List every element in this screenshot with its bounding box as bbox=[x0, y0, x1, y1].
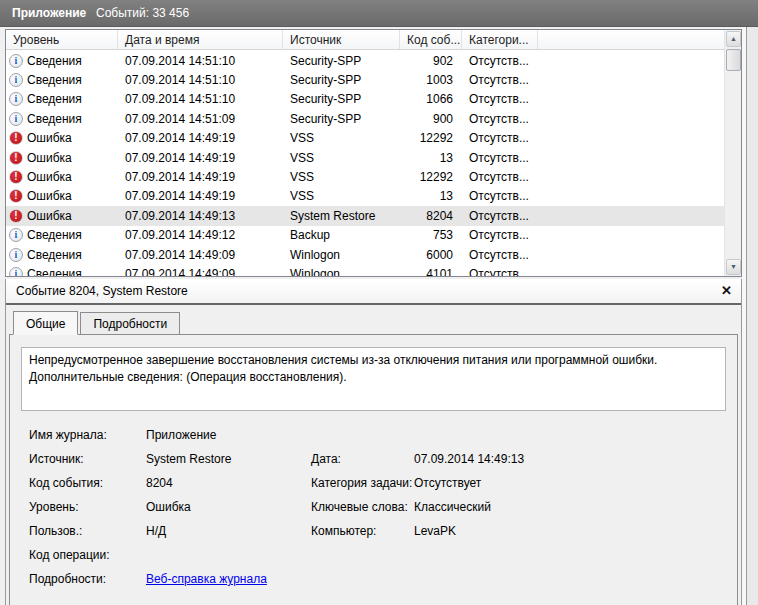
property-row: Подробности:Веб-справка журнала bbox=[10, 567, 737, 591]
event-code: 13 bbox=[400, 151, 462, 165]
event-code: 753 bbox=[400, 228, 462, 242]
tab-general-content: Непредусмотренное завершение восстановле… bbox=[9, 334, 738, 605]
property-row: Код операции: bbox=[10, 543, 737, 567]
event-code: 6000 bbox=[400, 248, 462, 262]
error-icon: ! bbox=[9, 209, 23, 223]
field-label: Дата: bbox=[311, 452, 414, 466]
vertical-scrollbar[interactable]: ▲ ▼ bbox=[724, 30, 741, 276]
column-header-code[interactable]: Код соб... bbox=[400, 30, 462, 49]
event-source: Security-SPP bbox=[283, 54, 400, 68]
level-label: Сведения bbox=[27, 267, 82, 277]
event-code: 8204 bbox=[400, 209, 462, 223]
info-icon: i bbox=[9, 248, 23, 262]
level-label: Сведения bbox=[27, 112, 82, 126]
event-code: 900 bbox=[400, 112, 462, 126]
field-value: Ошибка bbox=[146, 500, 311, 514]
event-row[interactable]: iСведения07.09.2014 14:49:09Winlogon6000… bbox=[6, 245, 724, 264]
event-category: Отсутств... bbox=[462, 54, 538, 68]
field-value: Отсутствует bbox=[414, 476, 737, 490]
event-row[interactable]: iСведения07.09.2014 14:51:10Security-SPP… bbox=[6, 51, 724, 70]
column-header-datetime[interactable]: Дата и время bbox=[118, 30, 283, 49]
property-row: Пользов.:Н/ДКомпьютер:LevaPK bbox=[10, 519, 737, 543]
event-datetime: 07.09.2014 14:49:19 bbox=[118, 170, 283, 184]
event-row[interactable]: !Ошибка07.09.2014 14:49:13System Restore… bbox=[6, 206, 724, 225]
event-row[interactable]: iСведения07.09.2014 14:51:10Security-SPP… bbox=[6, 70, 724, 89]
event-description[interactable]: Непредусмотренное завершение восстановле… bbox=[21, 347, 726, 411]
event-source: VSS bbox=[283, 151, 400, 165]
field-label: Пользов.: bbox=[29, 524, 146, 538]
event-source: Winlogon bbox=[283, 267, 400, 277]
window-right-border bbox=[742, 27, 758, 605]
event-code: 12292 bbox=[400, 170, 462, 184]
event-datetime: 07.09.2014 14:49:09 bbox=[118, 267, 283, 277]
event-source: VSS bbox=[283, 170, 400, 184]
event-viewer-window: Приложение Событий: 33 456 Уровень Дата … bbox=[0, 0, 758, 605]
event-category: Отсутств... bbox=[462, 267, 538, 277]
field-label: Код события: bbox=[29, 476, 146, 490]
scrollbar-thumb[interactable] bbox=[726, 49, 741, 71]
level-label: Ошибка bbox=[27, 151, 72, 165]
property-row: Источник:System RestoreДата:07.09.2014 1… bbox=[10, 447, 737, 471]
info-icon: i bbox=[9, 92, 23, 106]
field-value: Приложение bbox=[146, 428, 311, 442]
event-category: Отсутств... bbox=[462, 189, 538, 203]
event-code: 13 bbox=[400, 189, 462, 203]
column-header-level[interactable]: Уровень bbox=[6, 30, 118, 49]
event-row[interactable]: iСведения07.09.2014 14:49:09Winlogon4101… bbox=[6, 264, 724, 277]
scroll-up-icon[interactable]: ▲ bbox=[726, 31, 741, 47]
event-source: System Restore bbox=[283, 209, 400, 223]
event-category: Отсутств... bbox=[462, 92, 538, 106]
event-row[interactable]: !Ошибка07.09.2014 14:49:19VSS13Отсутств.… bbox=[6, 187, 724, 206]
event-category: Отсутств... bbox=[462, 228, 538, 242]
field-label: Код операции: bbox=[29, 548, 146, 562]
preview-tabs: Общие Подробности bbox=[13, 312, 182, 336]
event-row[interactable]: iСведения07.09.2014 14:51:10Security-SPP… bbox=[6, 90, 724, 109]
event-description-line: Непредусмотренное завершение восстановле… bbox=[29, 352, 718, 369]
event-row[interactable]: iСведения07.09.2014 14:51:09Security-SPP… bbox=[6, 109, 724, 128]
event-rows: iСведения07.09.2014 14:51:10Security-SPP… bbox=[6, 51, 724, 277]
event-category: Отсутств... bbox=[462, 248, 538, 262]
close-icon[interactable]: ✕ bbox=[721, 283, 732, 299]
field-value: 8204 bbox=[146, 476, 311, 490]
level-label: Сведения bbox=[27, 92, 82, 106]
field-label: Уровень: bbox=[29, 500, 146, 514]
event-code: 12292 bbox=[400, 131, 462, 145]
log-name: Приложение bbox=[12, 0, 86, 27]
event-source: VSS bbox=[283, 189, 400, 203]
event-row[interactable]: !Ошибка07.09.2014 14:49:19VSS13Отсутств.… bbox=[6, 148, 724, 167]
field-value: 07.09.2014 14:49:13 bbox=[414, 452, 737, 466]
field-value: System Restore bbox=[146, 452, 311, 466]
level-label: Сведения bbox=[27, 73, 82, 87]
event-row[interactable]: iСведения07.09.2014 14:49:12Backup753Отс… bbox=[6, 226, 724, 245]
preview-header: Событие 8204, System Restore ✕ bbox=[6, 279, 741, 305]
web-help-link[interactable]: Веб-справка журнала bbox=[146, 572, 267, 586]
field-label: Категория задачи: bbox=[311, 476, 414, 490]
event-count: Событий: 33 456 bbox=[96, 0, 189, 27]
error-icon: ! bbox=[9, 151, 23, 165]
info-icon: i bbox=[9, 267, 23, 277]
preview-title: Событие 8204, System Restore bbox=[16, 279, 188, 303]
event-source: Backup bbox=[283, 228, 400, 242]
tab-details[interactable]: Подробности bbox=[80, 312, 180, 335]
table-header: Уровень Дата и время Источник Код соб...… bbox=[6, 30, 724, 50]
event-code: 1003 bbox=[400, 73, 462, 87]
event-source: VSS bbox=[283, 131, 400, 145]
info-icon: i bbox=[9, 54, 23, 68]
event-source: Winlogon bbox=[283, 248, 400, 262]
event-row[interactable]: !Ошибка07.09.2014 14:49:19VSS12292Отсутс… bbox=[6, 167, 724, 186]
event-code: 1066 bbox=[400, 92, 462, 106]
tab-general[interactable]: Общие bbox=[13, 311, 78, 335]
field-value: Веб-справка журнала bbox=[146, 572, 311, 586]
column-header-source[interactable]: Источник bbox=[283, 30, 400, 49]
event-code: 4101 bbox=[400, 267, 462, 277]
error-icon: ! bbox=[9, 170, 23, 184]
log-header-bar: Приложение Событий: 33 456 bbox=[0, 0, 758, 27]
event-list: Уровень Дата и время Источник Код соб...… bbox=[5, 29, 742, 277]
event-source: Security-SPP bbox=[283, 92, 400, 106]
event-row[interactable]: !Ошибка07.09.2014 14:49:19VSS12292Отсутс… bbox=[6, 129, 724, 148]
column-header-category[interactable]: Категори... bbox=[462, 30, 538, 49]
field-label: Ключевые слова: bbox=[311, 500, 414, 514]
scroll-down-icon[interactable]: ▼ bbox=[726, 259, 741, 275]
level-label: Сведения bbox=[27, 228, 82, 242]
level-label: Ошибка bbox=[27, 209, 72, 223]
